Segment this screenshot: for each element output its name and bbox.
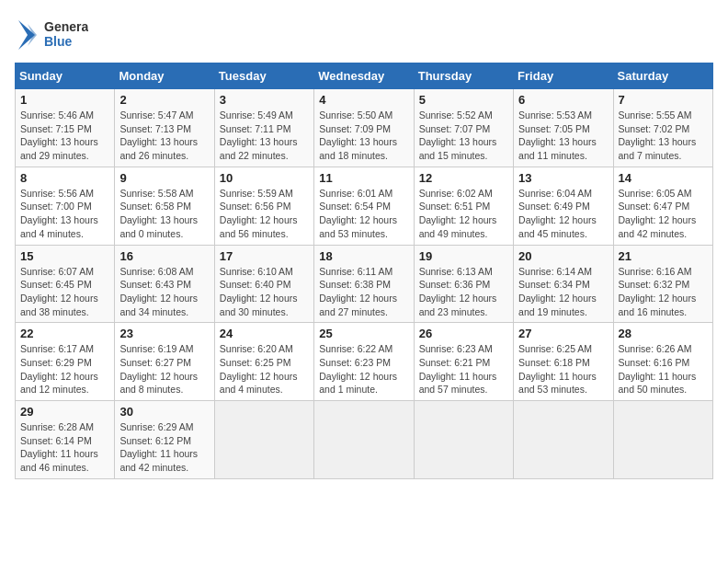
day-info: Sunrise: 6:22 AM Sunset: 6:23 PM Dayligh… bbox=[319, 342, 408, 396]
day-number: 8 bbox=[20, 171, 109, 185]
calendar-week-row: 8Sunrise: 5:56 AM Sunset: 7:00 PM Daylig… bbox=[16, 167, 713, 245]
day-number: 25 bbox=[319, 327, 408, 340]
day-number: 21 bbox=[619, 249, 708, 263]
calendar-cell bbox=[514, 401, 613, 479]
calendar-cell: 30Sunrise: 6:29 AM Sunset: 6:12 PM Dayli… bbox=[115, 401, 214, 479]
calendar-cell: 18Sunrise: 6:11 AM Sunset: 6:38 PM Dayli… bbox=[314, 245, 414, 323]
calendar-cell: 11Sunrise: 6:01 AM Sunset: 6:54 PM Dayli… bbox=[314, 167, 414, 245]
header: General Blue bbox=[15, 15, 713, 55]
calendar-cell bbox=[314, 401, 414, 479]
calendar-cell: 10Sunrise: 5:59 AM Sunset: 6:56 PM Dayli… bbox=[214, 167, 313, 245]
calendar-cell bbox=[214, 401, 313, 479]
day-number: 19 bbox=[419, 249, 508, 263]
calendar-cell: 23Sunrise: 6:19 AM Sunset: 6:27 PM Dayli… bbox=[115, 323, 214, 401]
day-number: 13 bbox=[518, 171, 608, 185]
svg-marker-2 bbox=[18, 20, 35, 50]
calendar-cell bbox=[613, 401, 712, 479]
day-number: 3 bbox=[220, 93, 309, 107]
calendar-cell: 8Sunrise: 5:56 AM Sunset: 7:00 PM Daylig… bbox=[16, 167, 115, 245]
day-header-monday: Monday bbox=[115, 63, 214, 89]
day-number: 6 bbox=[518, 93, 608, 107]
day-info: Sunrise: 6:20 AM Sunset: 6:25 PM Dayligh… bbox=[220, 342, 309, 396]
day-number: 9 bbox=[119, 171, 209, 185]
day-number: 23 bbox=[119, 327, 209, 340]
calendar-cell: 13Sunrise: 6:04 AM Sunset: 6:49 PM Dayli… bbox=[514, 167, 613, 245]
calendar-cell: 9Sunrise: 5:58 AM Sunset: 6:58 PM Daylig… bbox=[115, 167, 214, 245]
logo-svg: General Blue bbox=[15, 15, 88, 55]
calendar-cell: 16Sunrise: 6:08 AM Sunset: 6:43 PM Dayli… bbox=[115, 245, 214, 323]
day-number: 18 bbox=[319, 249, 408, 263]
calendar-cell: 29Sunrise: 6:28 AM Sunset: 6:14 PM Dayli… bbox=[16, 401, 115, 479]
calendar-header-row: SundayMondayTuesdayWednesdayThursdayFrid… bbox=[16, 63, 713, 89]
day-info: Sunrise: 6:16 AM Sunset: 6:32 PM Dayligh… bbox=[619, 265, 708, 319]
calendar-cell: 15Sunrise: 6:07 AM Sunset: 6:45 PM Dayli… bbox=[16, 245, 115, 323]
logo: General Blue bbox=[15, 15, 88, 55]
day-number: 2 bbox=[119, 93, 209, 107]
calendar-cell: 28Sunrise: 6:26 AM Sunset: 6:16 PM Dayli… bbox=[613, 323, 712, 401]
day-number: 14 bbox=[619, 171, 708, 185]
calendar-week-row: 29Sunrise: 6:28 AM Sunset: 6:14 PM Dayli… bbox=[16, 401, 713, 479]
day-number: 30 bbox=[119, 405, 209, 419]
day-info: Sunrise: 6:04 AM Sunset: 6:49 PM Dayligh… bbox=[518, 187, 608, 241]
calendar-cell: 12Sunrise: 6:02 AM Sunset: 6:51 PM Dayli… bbox=[414, 167, 513, 245]
calendar-week-row: 22Sunrise: 6:17 AM Sunset: 6:29 PM Dayli… bbox=[16, 323, 713, 401]
day-number: 24 bbox=[220, 327, 309, 340]
day-info: Sunrise: 5:59 AM Sunset: 6:56 PM Dayligh… bbox=[220, 187, 309, 241]
day-info: Sunrise: 6:26 AM Sunset: 6:16 PM Dayligh… bbox=[619, 342, 708, 396]
day-number: 29 bbox=[20, 405, 109, 419]
day-header-thursday: Thursday bbox=[414, 63, 513, 89]
day-info: Sunrise: 6:10 AM Sunset: 6:40 PM Dayligh… bbox=[220, 265, 309, 319]
calendar-cell: 19Sunrise: 6:13 AM Sunset: 6:36 PM Dayli… bbox=[414, 245, 513, 323]
day-info: Sunrise: 6:08 AM Sunset: 6:43 PM Dayligh… bbox=[119, 265, 209, 319]
calendar-week-row: 15Sunrise: 6:07 AM Sunset: 6:45 PM Dayli… bbox=[16, 245, 713, 323]
svg-text:Blue: Blue bbox=[44, 34, 73, 49]
day-info: Sunrise: 6:01 AM Sunset: 6:54 PM Dayligh… bbox=[319, 187, 408, 241]
day-info: Sunrise: 6:28 AM Sunset: 6:14 PM Dayligh… bbox=[20, 420, 109, 475]
day-info: Sunrise: 6:05 AM Sunset: 6:47 PM Dayligh… bbox=[619, 187, 708, 241]
day-info: Sunrise: 5:50 AM Sunset: 7:09 PM Dayligh… bbox=[319, 109, 408, 163]
calendar-cell: 24Sunrise: 6:20 AM Sunset: 6:25 PM Dayli… bbox=[214, 323, 313, 401]
calendar-cell bbox=[414, 401, 513, 479]
day-number: 7 bbox=[619, 93, 708, 107]
day-info: Sunrise: 5:53 AM Sunset: 7:05 PM Dayligh… bbox=[518, 109, 608, 163]
day-number: 10 bbox=[220, 171, 309, 185]
day-info: Sunrise: 6:13 AM Sunset: 6:36 PM Dayligh… bbox=[419, 265, 508, 319]
day-number: 20 bbox=[518, 249, 608, 263]
day-number: 22 bbox=[20, 327, 109, 340]
calendar-cell: 14Sunrise: 6:05 AM Sunset: 6:47 PM Dayli… bbox=[613, 167, 712, 245]
day-info: Sunrise: 5:56 AM Sunset: 7:00 PM Dayligh… bbox=[20, 187, 109, 241]
calendar-cell: 4Sunrise: 5:50 AM Sunset: 7:09 PM Daylig… bbox=[314, 89, 414, 167]
day-info: Sunrise: 5:49 AM Sunset: 7:11 PM Dayligh… bbox=[220, 109, 309, 163]
day-info: Sunrise: 5:52 AM Sunset: 7:07 PM Dayligh… bbox=[419, 109, 508, 163]
day-info: Sunrise: 6:11 AM Sunset: 6:38 PM Dayligh… bbox=[319, 265, 408, 319]
calendar-cell: 1Sunrise: 5:46 AM Sunset: 7:15 PM Daylig… bbox=[16, 89, 115, 167]
day-info: Sunrise: 6:23 AM Sunset: 6:21 PM Dayligh… bbox=[419, 342, 508, 396]
calendar-cell: 27Sunrise: 6:25 AM Sunset: 6:18 PM Dayli… bbox=[514, 323, 613, 401]
calendar-cell: 6Sunrise: 5:53 AM Sunset: 7:05 PM Daylig… bbox=[514, 89, 613, 167]
day-number: 27 bbox=[518, 327, 608, 340]
day-header-tuesday: Tuesday bbox=[214, 63, 313, 89]
calendar-week-row: 1Sunrise: 5:46 AM Sunset: 7:15 PM Daylig… bbox=[16, 89, 713, 167]
day-info: Sunrise: 6:17 AM Sunset: 6:29 PM Dayligh… bbox=[20, 342, 109, 396]
calendar-cell: 2Sunrise: 5:47 AM Sunset: 7:13 PM Daylig… bbox=[115, 89, 214, 167]
day-header-friday: Friday bbox=[514, 63, 613, 89]
day-info: Sunrise: 6:29 AM Sunset: 6:12 PM Dayligh… bbox=[119, 420, 209, 475]
calendar-cell: 20Sunrise: 6:14 AM Sunset: 6:34 PM Dayli… bbox=[514, 245, 613, 323]
day-info: Sunrise: 6:19 AM Sunset: 6:27 PM Dayligh… bbox=[119, 342, 209, 396]
day-info: Sunrise: 5:55 AM Sunset: 7:02 PM Dayligh… bbox=[619, 109, 708, 163]
svg-text:General: General bbox=[44, 19, 88, 34]
day-number: 5 bbox=[419, 93, 508, 107]
day-info: Sunrise: 6:07 AM Sunset: 6:45 PM Dayligh… bbox=[20, 265, 109, 319]
day-header-wednesday: Wednesday bbox=[314, 63, 414, 89]
calendar-cell: 22Sunrise: 6:17 AM Sunset: 6:29 PM Dayli… bbox=[16, 323, 115, 401]
calendar-table: SundayMondayTuesdayWednesdayThursdayFrid… bbox=[15, 63, 713, 479]
calendar-cell: 21Sunrise: 6:16 AM Sunset: 6:32 PM Dayli… bbox=[613, 245, 712, 323]
calendar-cell: 3Sunrise: 5:49 AM Sunset: 7:11 PM Daylig… bbox=[214, 89, 313, 167]
calendar-cell: 17Sunrise: 6:10 AM Sunset: 6:40 PM Dayli… bbox=[214, 245, 313, 323]
day-number: 12 bbox=[419, 171, 508, 185]
day-info: Sunrise: 6:14 AM Sunset: 6:34 PM Dayligh… bbox=[518, 265, 608, 319]
day-number: 17 bbox=[220, 249, 309, 263]
calendar-cell: 7Sunrise: 5:55 AM Sunset: 7:02 PM Daylig… bbox=[613, 89, 712, 167]
day-info: Sunrise: 6:25 AM Sunset: 6:18 PM Dayligh… bbox=[518, 342, 608, 396]
day-info: Sunrise: 5:46 AM Sunset: 7:15 PM Dayligh… bbox=[20, 109, 109, 163]
